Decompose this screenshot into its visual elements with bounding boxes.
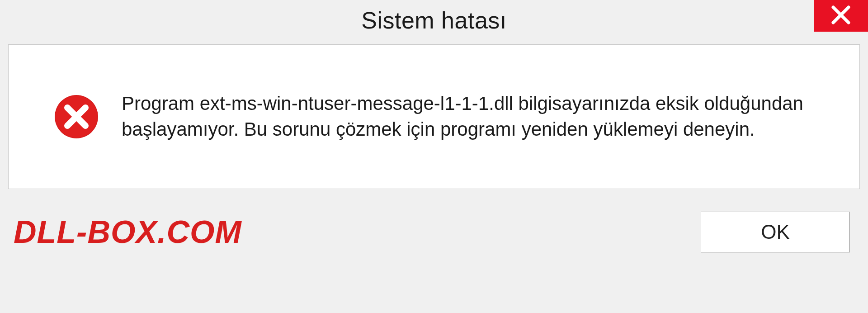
error-dialog: Sistem hatası Program ext-ms-win-ntuser-… — [0, 0, 868, 313]
dialog-body: Program ext-ms-win-ntuser-message-l1-1-1… — [8, 44, 860, 189]
error-icon — [54, 94, 99, 139]
error-message: Program ext-ms-win-ntuser-message-l1-1-1… — [122, 91, 832, 142]
dialog-footer: DLL-BOX.COM OK — [0, 189, 868, 270]
close-icon — [830, 5, 851, 27]
title-bar: Sistem hatası — [0, 0, 868, 41]
ok-button[interactable]: OK — [701, 212, 850, 252]
watermark-text: DLL-BOX.COM — [14, 214, 242, 250]
close-button[interactable] — [814, 0, 868, 32]
dialog-title: Sistem hatası — [361, 7, 507, 34]
